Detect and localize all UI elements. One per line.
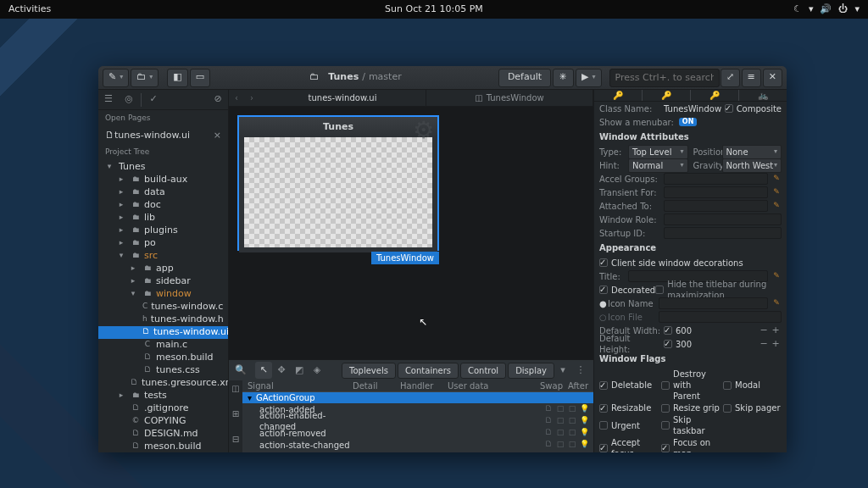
flag-Focus on map[interactable]: Focus on map — [661, 437, 720, 452]
hide-titlebar-check[interactable] — [655, 286, 664, 294]
tree-row[interactable]: ▸🖿plugins — [98, 225, 228, 237]
tree-row[interactable]: ▸🖿build-aux — [98, 174, 228, 186]
left-panel-toggle[interactable]: ◧ — [167, 69, 187, 87]
prop-tab-common[interactable]: 🔑 — [691, 90, 739, 101]
tree-row[interactable]: ▸🖿data — [98, 186, 228, 199]
icon-name-input[interactable] — [659, 297, 768, 309]
plus-icon[interactable]: + — [770, 324, 782, 336]
build-config-select[interactable]: Default — [498, 69, 551, 87]
show-menubar-toggle[interactable]: ON — [679, 118, 698, 126]
tree-row[interactable]: ▸🖿lib — [98, 212, 228, 225]
drag-tool[interactable]: ✥ — [273, 362, 290, 379]
tree-row[interactable]: htunes-window.h — [98, 313, 228, 326]
power-icon[interactable]: ⏻ — [838, 3, 848, 15]
bottom-panel-toggle[interactable]: ▭ — [190, 69, 210, 87]
close-button[interactable]: ✕ — [763, 69, 782, 87]
tab-next[interactable]: › — [244, 92, 259, 103]
view-menu[interactable]: ⋮ — [572, 362, 589, 379]
new-file-button[interactable]: ✎ — [103, 69, 129, 87]
tree-row[interactable]: 🗋tunes-window.ui — [98, 326, 228, 339]
edit-icon[interactable]: ✎ — [771, 174, 782, 184]
volume-icon[interactable]: 🔊 — [820, 3, 832, 15]
def-h-check[interactable] — [664, 340, 672, 348]
accel-input[interactable] — [664, 173, 768, 185]
icon-file-input[interactable] — [659, 311, 782, 323]
tree-row[interactable]: 🗋.gitignore — [98, 402, 228, 415]
fullscreen-button[interactable]: ⤢ — [721, 69, 740, 87]
signal-row[interactable]: action-removed🗋□□💡 — [242, 427, 593, 439]
close-icon[interactable]: × — [214, 130, 221, 141]
tree-row[interactable]: ©COPYING — [98, 415, 228, 428]
system-menu-icon[interactable]: ▾ — [854, 3, 860, 15]
open-button[interactable]: 🗀 — [131, 69, 159, 87]
tree-row[interactable]: ▾🖿window — [98, 288, 228, 301]
position-select[interactable]: None — [722, 145, 782, 159]
attached-input[interactable] — [664, 200, 768, 212]
search-icon[interactable]: 🔍 — [232, 362, 249, 379]
run-button[interactable]: ▶ — [576, 69, 601, 87]
class-name-value[interactable]: TunesWindow — [664, 103, 725, 114]
def-w-check[interactable] — [664, 326, 672, 335]
type-select[interactable]: Top Level — [628, 145, 688, 159]
doc-tab-1[interactable]: tunes-window.ui — [259, 90, 426, 106]
pointer-tool[interactable]: ↖ — [255, 362, 272, 379]
plus-icon[interactable]: + — [770, 338, 782, 350]
sidebar-tab-symbols[interactable]: ◎ — [119, 90, 139, 110]
tree-row[interactable]: 🗋DESIGN.md — [98, 428, 228, 441]
tree-row[interactable]: 🗋meson.build — [98, 441, 228, 452]
open-page-item[interactable]: 🗋 tunes-window.ui × — [98, 127, 228, 144]
tree-row[interactable]: ▸🖿app — [98, 263, 228, 275]
gravity-select[interactable]: North West — [722, 158, 782, 173]
tree-row[interactable]: ▸🖿tests — [98, 390, 228, 402]
transient-input[interactable] — [664, 186, 768, 198]
tab-prev[interactable]: ‹ — [229, 92, 244, 103]
signals-tab-icon[interactable]: ◫ — [230, 382, 242, 394]
sidebar-tab-tree[interactable]: ☰ — [98, 90, 119, 110]
flag-Modal[interactable]: Modal — [723, 369, 782, 402]
signals-tab2-icon[interactable]: ⊞ — [230, 408, 242, 419]
flag-Deletable[interactable]: Deletable — [599, 369, 658, 402]
view-display[interactable]: Display — [508, 363, 554, 379]
tree-row[interactable]: 🗋meson.build — [98, 352, 228, 364]
signals-tab3-icon[interactable]: ⊟ — [230, 433, 242, 445]
signal-row[interactable]: action-state-changed🗋□□💡 — [242, 439, 593, 451]
edit-icon[interactable]: ✎ — [771, 201, 782, 211]
view-more[interactable]: ▾ — [554, 362, 571, 379]
role-input[interactable] — [664, 214, 782, 225]
csd-check[interactable] — [599, 258, 608, 267]
tree-row[interactable]: 🗋tunes.gresource.xml — [98, 377, 228, 390]
prop-tab-general[interactable]: 🔑 — [594, 90, 643, 101]
doc-tab-2[interactable]: ◫TunesWindow — [426, 90, 593, 106]
minus-icon[interactable]: − — [758, 338, 770, 350]
minus-icon[interactable]: − — [758, 324, 770, 336]
flag-Resizable[interactable]: Resizable — [599, 402, 658, 413]
align-tool[interactable]: ◈ — [309, 362, 326, 379]
tree-row[interactable]: Ctunes-window.c — [98, 301, 228, 313]
design-canvas[interactable]: Tunes ⚙ TunesWindow — [229, 107, 593, 359]
flag-Accept focus[interactable]: Accept focus — [599, 437, 658, 452]
activities-button[interactable]: Activities — [8, 3, 51, 15]
tree-row[interactable]: 🗋tunes.css — [98, 364, 228, 377]
def-w-value[interactable]: 600 — [676, 325, 709, 336]
resize-tool[interactable]: ◩ — [291, 362, 308, 379]
menu-button[interactable]: ≡ — [742, 69, 761, 87]
flag-Destroy with Parent[interactable]: Destroy with Parent — [661, 369, 720, 402]
prop-tab-a11y[interactable]: 🚲 — [739, 90, 787, 101]
tree-row[interactable]: Cmain.c — [98, 339, 228, 352]
tree-row[interactable]: ▾🖿src — [98, 250, 228, 263]
designer-widget[interactable]: Tunes ⚙ TunesWindow — [237, 115, 439, 251]
view-control[interactable]: Control — [460, 363, 506, 379]
search-input[interactable] — [609, 69, 720, 87]
flag-Urgent[interactable]: Urgent — [599, 414, 658, 436]
decorated-check[interactable] — [599, 286, 608, 294]
view-toplevels[interactable]: Toplevels — [342, 363, 396, 379]
sidebar-tab-todo[interactable]: ✓ — [143, 90, 164, 110]
signal-group-row[interactable]: ▸GtkWindow — [242, 451, 593, 452]
tree-root[interactable]: ▾Tunes — [98, 161, 228, 174]
hint-select[interactable]: Normal — [628, 158, 688, 173]
flag-Resize grip[interactable]: Resize grip — [661, 402, 720, 413]
tree-row[interactable]: ▸🖿doc — [98, 199, 228, 212]
signal-row[interactable]: action-enabled-changed🗋□□💡 — [242, 415, 593, 427]
composite-check[interactable] — [725, 104, 733, 113]
flag-Skip pager[interactable]: Skip pager — [723, 402, 782, 413]
